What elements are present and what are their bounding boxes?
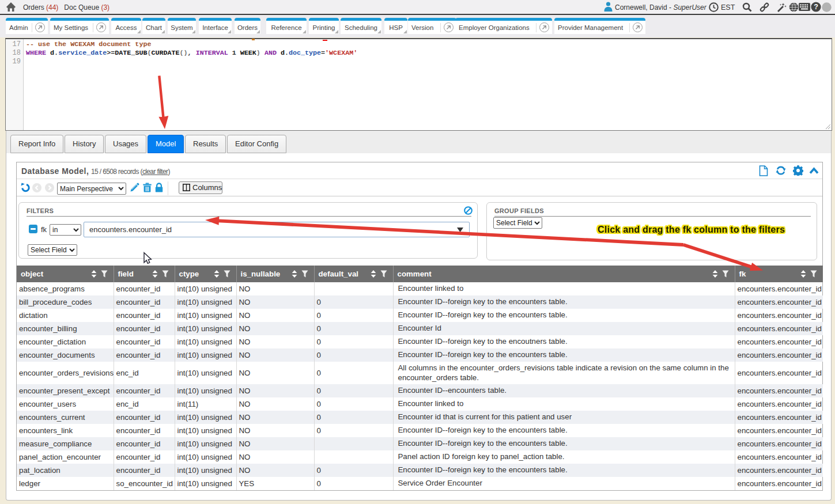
svg-text:?: ?: [814, 3, 818, 11]
